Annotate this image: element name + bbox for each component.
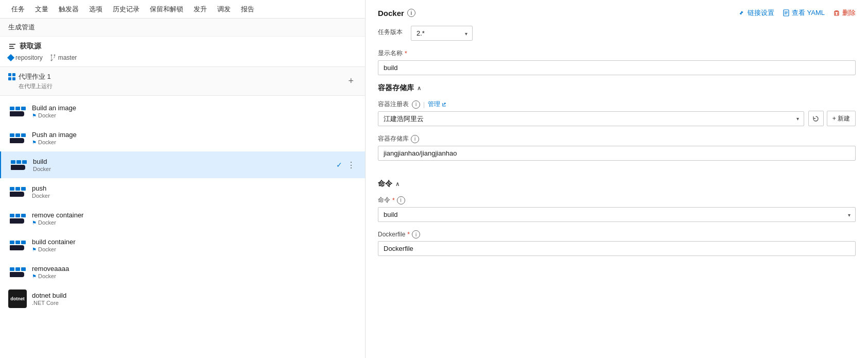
tab-tasks[interactable]: 任务 xyxy=(6,0,30,19)
registry-info-icon[interactable]: i xyxy=(412,100,420,109)
docker-icon-push-image xyxy=(8,129,27,147)
right-panel-header: Docker i 链接设置 xyxy=(378,8,856,18)
display-name-required: * xyxy=(405,50,407,57)
right-panel-title: Docker xyxy=(378,9,404,18)
container-registry-label: 容器注册表 xyxy=(378,100,409,109)
container-registry-row: 容器注册表 i | 管理 江建浩阿里云 ▾ xyxy=(378,100,856,126)
tab-deploy[interactable]: 发升 xyxy=(188,0,212,19)
task-version-select[interactable]: 2.* xyxy=(411,26,473,41)
tab-retention[interactable]: 保留和解锁 xyxy=(145,0,188,19)
container-repo-row: 容器存储库 i xyxy=(378,134,856,161)
container-registry-collapse[interactable]: ∧ xyxy=(417,85,421,92)
task-item-build[interactable]: build Docker ✓ ⋮ xyxy=(0,151,365,178)
agent-job-title: 代理作业 1 xyxy=(19,72,51,81)
container-registry-section-title: 容器存储库 xyxy=(378,83,414,93)
docker-info-icon[interactable]: i xyxy=(407,9,415,17)
new-registry-button[interactable]: + 新建 xyxy=(827,111,856,126)
docker-icon-build-container xyxy=(8,236,27,254)
refresh-registry-button[interactable] xyxy=(808,111,824,126)
delete-button[interactable]: 删除 xyxy=(833,8,856,18)
task-check-icon: ✓ xyxy=(336,161,342,169)
command-row: 命令 * i build push buildAndPush login log… xyxy=(378,196,856,222)
pipeline-header: 生成管道 xyxy=(0,19,365,37)
task-item-push-an-image[interactable]: Push an image ⚑ Docker xyxy=(0,125,365,151)
command-info-icon[interactable]: i xyxy=(397,196,405,204)
tab-options[interactable]: 选项 xyxy=(84,0,108,19)
link-settings-button[interactable]: 链接设置 xyxy=(738,8,774,18)
view-yaml-button[interactable]: 查看 YAML xyxy=(783,8,825,18)
task-list: Build an image ⚑ Docker xyxy=(0,96,365,358)
tab-variables[interactable]: 文量 xyxy=(30,0,54,19)
source-icon xyxy=(8,42,16,50)
svg-rect-0 xyxy=(9,44,15,45)
tab-schedule[interactable]: 调发 xyxy=(212,0,236,19)
repository-badge: repository xyxy=(8,54,43,61)
branch-icon xyxy=(50,54,56,61)
svg-rect-1 xyxy=(9,46,13,47)
external-link-icon xyxy=(441,102,446,107)
svg-point-4 xyxy=(54,55,55,56)
task-item-build-an-image[interactable]: Build an image ⚑ Docker xyxy=(0,98,365,125)
docker-icon-removeaaaa xyxy=(8,263,27,281)
docker-icon-remove xyxy=(8,209,27,228)
command-section-title: 命令 xyxy=(378,179,392,189)
container-registry-select[interactable]: 江建浩阿里云 xyxy=(378,111,804,126)
svg-rect-2 xyxy=(9,48,14,49)
dockerfile-label: Dockerfile xyxy=(378,231,405,238)
task-menu-button[interactable]: ⋮ xyxy=(345,160,357,170)
display-name-label: 显示名称 xyxy=(378,49,403,58)
agent-job-icon xyxy=(8,73,15,80)
right-panel: Docker i 链接设置 xyxy=(366,0,868,358)
dockerfile-row: Dockerfile * i xyxy=(378,230,856,256)
tab-report[interactable]: 报告 xyxy=(236,0,259,19)
manage-link[interactable]: 管理 xyxy=(428,100,446,109)
display-name-row: 显示名称 * xyxy=(378,49,856,75)
source-section: 获取源 repository master xyxy=(0,37,365,67)
docker-icon-build-image xyxy=(8,102,27,121)
link-icon xyxy=(738,9,745,16)
svg-rect-10 xyxy=(835,11,839,15)
task-item-build-container[interactable]: build container ⚑ Docker xyxy=(0,232,365,259)
container-repo-input[interactable] xyxy=(378,146,856,161)
svg-point-3 xyxy=(50,55,52,56)
docker-icon-push xyxy=(8,182,27,201)
display-name-input[interactable] xyxy=(378,60,856,75)
delete-icon xyxy=(833,9,840,16)
dockerfile-input[interactable] xyxy=(378,241,856,256)
branch-badge: master xyxy=(50,54,77,61)
command-section: 命令 ∧ 命令 * i build push buildAndPush logi… xyxy=(378,179,856,264)
agent-job-subtitle: 在代理上运行 xyxy=(8,82,53,90)
command-label: 命令 xyxy=(378,196,390,204)
repo-info-icon[interactable]: i xyxy=(411,135,419,143)
refresh-icon xyxy=(812,115,819,122)
yaml-icon xyxy=(783,9,790,16)
dockerfile-info-icon[interactable]: i xyxy=(412,230,420,238)
tab-triggers[interactable]: 触发器 xyxy=(54,0,84,19)
agent-job-section: 代理作业 1 在代理上运行 + xyxy=(0,67,365,96)
svg-point-5 xyxy=(50,60,52,61)
task-item-dotnet-build[interactable]: dotnet dotnet build .NET Core xyxy=(0,285,365,312)
command-select[interactable]: build push buildAndPush login logout sta… xyxy=(378,207,856,222)
top-nav: 任务 文量 触发器 选项 历史记录 保留和解锁 发升 调发 报告 xyxy=(0,0,365,19)
docker-icon-build xyxy=(9,156,28,174)
task-version-label: 任务版本 xyxy=(378,28,403,37)
container-registry-section: 容器存储库 ∧ 容器注册表 i | 管理 xyxy=(378,83,856,169)
task-item-push[interactable]: push Docker xyxy=(0,178,365,205)
dotnet-icon: dotnet xyxy=(8,289,27,308)
container-repo-label: 容器存储库 xyxy=(378,134,409,143)
command-section-collapse[interactable]: ∧ xyxy=(395,181,400,187)
tab-history[interactable]: 历史记录 xyxy=(108,0,145,19)
task-item-remove-container[interactable]: remove container ⚑ Docker xyxy=(0,205,365,232)
task-item-removeaaaa[interactable]: removeaaaa ⚑ Docker xyxy=(0,259,365,285)
add-task-button[interactable]: + xyxy=(345,75,357,88)
